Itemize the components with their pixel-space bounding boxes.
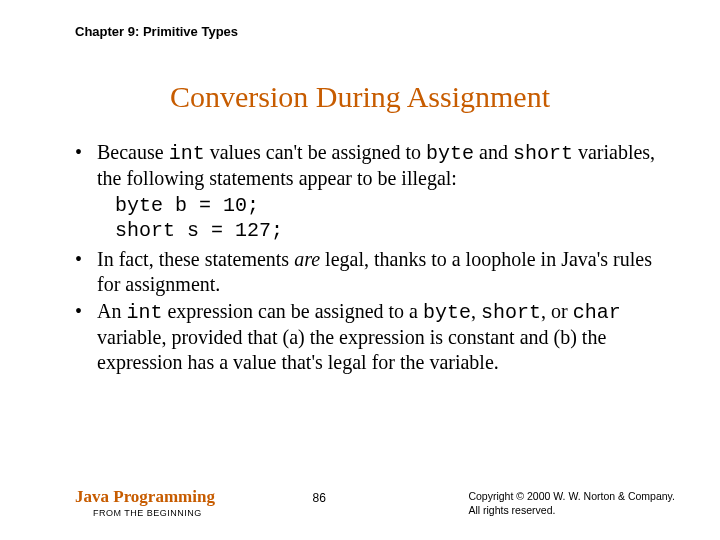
code-block: byte b = 10; short s = 127; xyxy=(115,193,675,243)
code-inline-short: short xyxy=(513,142,573,165)
copyright: Copyright © 2000 W. W. Norton & Company.… xyxy=(468,489,675,517)
code-inline-char: char xyxy=(573,301,621,324)
emphasis-are: are xyxy=(294,248,320,270)
code-inline-int: int xyxy=(169,142,205,165)
page-number: 86 xyxy=(313,491,326,505)
copyright-line-2: All rights reserved. xyxy=(468,503,675,517)
code-inline-byte: byte xyxy=(423,301,471,324)
bullet-3-text: An int expression can be assigned to a b… xyxy=(97,299,675,375)
bullet-dot: • xyxy=(75,299,97,375)
code-line-2: short s = 127; xyxy=(115,218,675,243)
t: expression can be assigned to a xyxy=(162,300,422,322)
code-inline-short: short xyxy=(481,301,541,324)
t: values can't be assigned to xyxy=(205,141,426,163)
bullet-2: • In fact, these statements are legal, t… xyxy=(75,247,675,297)
brand-title: Java Programming xyxy=(75,487,215,507)
bullet-2-text: In fact, these statements are legal, tha… xyxy=(97,247,675,297)
t: and xyxy=(474,141,513,163)
bullet-dot: • xyxy=(75,140,97,191)
t: An xyxy=(97,300,126,322)
t: , xyxy=(471,300,481,322)
bullet-dot: • xyxy=(75,247,97,297)
t: Because xyxy=(97,141,169,163)
code-inline-byte: byte xyxy=(426,142,474,165)
slide-content: • Because int values can't be assigned t… xyxy=(75,140,675,377)
code-line-1: byte b = 10; xyxy=(115,193,675,218)
bullet-3: • An int expression can be assigned to a… xyxy=(75,299,675,375)
bullet-1-text: Because int values can't be assigned to … xyxy=(97,140,675,191)
slide-title: Conversion During Assignment xyxy=(0,80,720,114)
code-inline-int: int xyxy=(126,301,162,324)
t: , or xyxy=(541,300,573,322)
t: variable, provided that (a) the expressi… xyxy=(97,326,606,373)
bullet-1: • Because int values can't be assigned t… xyxy=(75,140,675,191)
copyright-line-1: Copyright © 2000 W. W. Norton & Company. xyxy=(468,489,675,503)
chapter-label: Chapter 9: Primitive Types xyxy=(75,24,238,39)
brand-tagline: FROM THE BEGINNING xyxy=(93,508,215,518)
footer: Java Programming FROM THE BEGINNING 86 C… xyxy=(75,487,675,518)
t: In fact, these statements xyxy=(97,248,294,270)
footer-left: Java Programming FROM THE BEGINNING xyxy=(75,487,215,518)
